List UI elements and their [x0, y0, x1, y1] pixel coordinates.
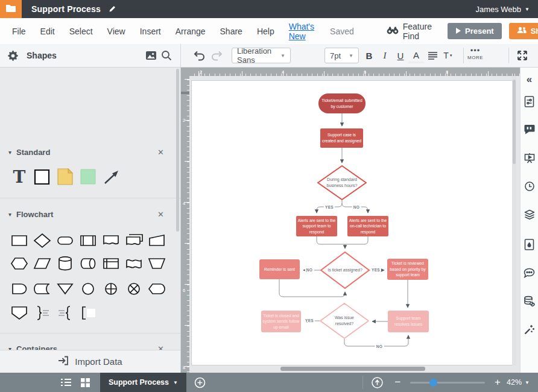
shape-manual-operation[interactable] [147, 253, 166, 274]
shape-predefined-process[interactable] [78, 230, 98, 251]
shape-or[interactable] [101, 279, 121, 299]
flow-node-review[interactable]: Ticket is reviewed based on priority by … [387, 259, 428, 280]
shape-connector[interactable] [78, 279, 98, 299]
app-home-button[interactable] [0, 0, 22, 18]
zoom-out-button[interactable]: − [394, 376, 400, 388]
shape-data[interactable] [33, 253, 52, 274]
collapse-panel-icon[interactable]: « [524, 74, 536, 86]
edge-label-no[interactable]: NO [305, 268, 314, 272]
document-settings-icon[interactable] [524, 95, 536, 107]
canvas[interactable]: Ticket/email submitted by customer Suppo… [181, 68, 520, 373]
document-title[interactable]: Support Process [31, 4, 101, 14]
present-button[interactable]: Present [448, 23, 502, 39]
edge-label-no[interactable]: NO [352, 205, 361, 209]
close-icon[interactable]: ✕ [157, 210, 164, 219]
edge-label-yes[interactable]: YES [370, 268, 381, 272]
layers-icon[interactable] [524, 209, 536, 221]
whats-new-link[interactable]: What's New [282, 22, 321, 41]
shape-brace-note-right[interactable] [33, 303, 52, 323]
theme-icon[interactable] [524, 238, 536, 250]
menu-insert[interactable]: Insert [133, 27, 168, 36]
shape-bracket-note[interactable] [78, 303, 98, 323]
more-tools-button[interactable]: ••• MORE [467, 46, 483, 60]
align-button[interactable] [425, 48, 440, 63]
page-tab-support-process[interactable]: Support Process ▼ [100, 373, 186, 392]
font-size-select[interactable]: 7pt ▼ [324, 48, 359, 63]
close-icon[interactable]: ✕ [157, 148, 164, 157]
shape-summing-junction[interactable] [124, 279, 144, 299]
flow-node-team-resolves[interactable]: Support team resolves issues [388, 311, 429, 332]
shape-internal-storage[interactable] [101, 253, 121, 274]
revision-history-icon[interactable] [524, 180, 536, 192]
shape-brace-note-left[interactable] [55, 303, 75, 323]
shape-preparation[interactable] [10, 253, 29, 274]
shape-terminator[interactable] [55, 230, 75, 251]
shape-paper-tape[interactable] [124, 253, 144, 274]
shape-direct-access-storage[interactable] [78, 253, 98, 274]
redo-icon[interactable] [209, 48, 224, 63]
font-family-select[interactable]: Liberation Sans ▼ [232, 48, 291, 63]
panel-scrollbar[interactable] [176, 69, 179, 232]
shape-sticky-note[interactable] [78, 166, 98, 187]
menu-file[interactable]: File [0, 27, 33, 36]
flow-node-alert-on-call[interactable]: Alerts are sent to the on-call technicia… [347, 216, 388, 236]
horizontal-scrollbar[interactable] [280, 367, 425, 371]
flow-node-reminder[interactable]: Reminder is sent [259, 259, 300, 279]
menu-share[interactable]: Share [213, 27, 250, 36]
flow-node-ticket-assigned[interactable]: Is ticket assigned? [320, 251, 370, 289]
text-options-button[interactable]: T▼ [440, 48, 456, 63]
menu-view[interactable]: View [100, 27, 133, 36]
undo-icon[interactable] [192, 48, 207, 63]
shape-process[interactable] [10, 230, 29, 251]
shape-manager-gear-icon[interactable] [5, 48, 21, 63]
underline-button[interactable]: U [393, 48, 408, 63]
fullscreen-icon[interactable] [514, 48, 530, 63]
flow-node-create-case[interactable]: Support case is created and assigned [320, 128, 363, 148]
linked-data-icon[interactable] [524, 295, 536, 307]
shape-database[interactable] [55, 253, 75, 274]
page-list-icon[interactable] [58, 375, 74, 390]
share-button[interactable]: Share [509, 23, 538, 39]
image-icon[interactable] [143, 48, 159, 63]
user-menu[interactable]: James Webb ▼ [475, 5, 530, 14]
edge-label-yes[interactable]: YES [324, 205, 335, 209]
shape-document[interactable] [101, 230, 121, 251]
shape-off-page-connector[interactable] [10, 303, 29, 323]
comments-icon[interactable] [524, 267, 536, 279]
shape-decision[interactable] [33, 230, 52, 251]
shape-note[interactable] [55, 166, 75, 187]
menu-select[interactable]: Select [62, 27, 100, 36]
magic-wand-icon[interactable] [524, 323, 536, 335]
notes-icon[interactable] [524, 123, 536, 135]
shape-line-arrow[interactable] [101, 166, 121, 187]
search-icon[interactable] [159, 48, 174, 63]
shape-merge[interactable] [55, 279, 75, 299]
pan-mode-icon[interactable] [369, 375, 385, 390]
flow-node-issue-resolved[interactable]: Was issue resolved? [320, 303, 369, 339]
add-page-icon[interactable] [192, 375, 208, 390]
import-data-button[interactable]: Import Data [0, 350, 181, 373]
zoom-slider-thumb[interactable] [429, 379, 437, 387]
edit-title-pencil-icon[interactable] [108, 5, 116, 13]
shape-rectangle[interactable] [33, 166, 52, 187]
edge-label-yes[interactable]: YES [304, 318, 315, 323]
edge-label-no[interactable]: NO [375, 344, 384, 349]
section-flowchart-header[interactable]: ▾ Flowchart ✕ [0, 207, 181, 221]
font-color-button[interactable]: A [408, 49, 424, 63]
shape-multiple-documents[interactable] [124, 230, 144, 251]
zoom-slider[interactable] [410, 382, 485, 384]
zoom-level-select[interactable]: 42% ▼ [507, 378, 530, 387]
shape-display[interactable] [147, 279, 166, 299]
page-grid-icon[interactable] [77, 375, 93, 390]
presentation-mode-icon[interactable] [524, 152, 536, 164]
close-icon[interactable]: ✕ [157, 344, 164, 350]
feature-find-button[interactable]: Feature Find [379, 22, 439, 41]
shape-text[interactable]: T [10, 166, 29, 187]
flow-node-alert-support-team[interactable]: Alerts are sent to the support team to r… [296, 216, 337, 236]
menu-help[interactable]: Help [250, 27, 282, 36]
vertical-scrollbar[interactable] [513, 80, 516, 164]
flow-node-ticket-closed[interactable]: Ticket is closed and system sends follow… [261, 311, 301, 332]
bold-button[interactable]: B [361, 48, 377, 63]
italic-button[interactable]: I [377, 48, 393, 63]
shape-delay[interactable] [10, 279, 29, 299]
